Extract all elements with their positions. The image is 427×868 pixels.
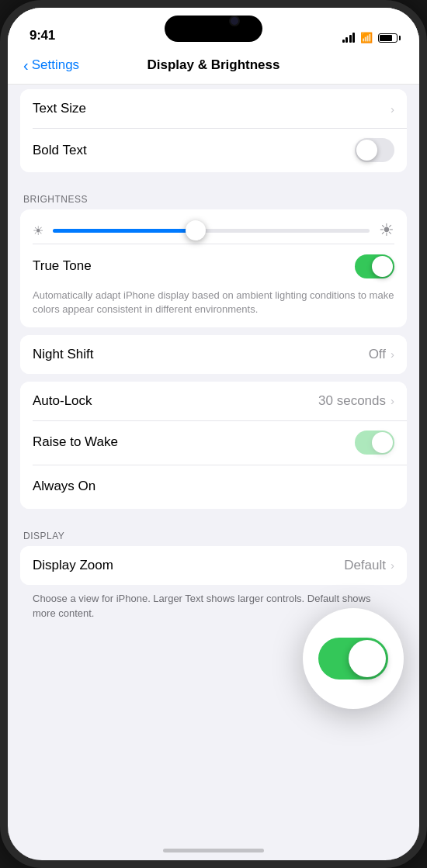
home-indicator	[163, 849, 264, 852]
auto-lock-row[interactable]: Auto-Lock 30 seconds ›	[20, 382, 407, 420]
brightness-slider-row: ☀ ☀	[33, 220, 394, 244]
back-chevron-icon: ‹	[23, 57, 29, 73]
phone-frame: 9:41 📶 ‹ Settings Display & Brig	[0, 0, 427, 868]
auto-lock-value: 30 seconds	[318, 393, 386, 409]
always-on-toggle-big-thumb	[349, 640, 386, 677]
page-title: Display & Brightness	[148, 57, 280, 73]
bold-text-label: Bold Text	[33, 143, 87, 158]
brightness-slider-thumb[interactable]	[186, 220, 206, 240]
night-shift-row[interactable]: Night Shift Off ›	[20, 335, 407, 374]
night-shift-card: Night Shift Off ›	[20, 335, 407, 374]
auto-lock-label: Auto-Lock	[33, 393, 92, 409]
brightness-slider-fill	[53, 229, 196, 233]
text-size-label: Text Size	[33, 101, 86, 116]
night-shift-value: Off	[369, 347, 386, 362]
back-label: Settings	[32, 57, 79, 73]
true-tone-row: True Tone	[33, 244, 394, 289]
battery-icon	[378, 33, 397, 43]
display-zoom-row[interactable]: Display Zoom Default ›	[20, 546, 407, 585]
brightness-slider-track[interactable]	[53, 229, 370, 233]
always-on-toggle-zoom	[303, 608, 404, 709]
auto-lock-chevron-icon: ›	[391, 394, 394, 407]
true-tone-toggle-thumb	[372, 256, 393, 277]
status-time: 9:41	[30, 28, 55, 43]
text-size-row[interactable]: Text Size ›	[20, 89, 407, 128]
display-zoom-chevron-icon: ›	[391, 558, 394, 572]
display-zoom-card: Display Zoom Default ›	[20, 546, 407, 585]
wifi-icon: 📶	[360, 32, 373, 43]
phone-content: ‹ Settings Display & Brightness Text Siz…	[8, 50, 419, 860]
lock-settings-card: Auto-Lock 30 seconds › Raise to Wake Alw…	[20, 382, 407, 509]
raise-to-wake-toggle[interactable]	[355, 431, 394, 455]
bold-text-row[interactable]: Bold Text	[20, 128, 407, 172]
brightness-low-icon: ☀	[33, 223, 43, 238]
scrollable-content: Text Size › Bold Text BRIGHTNESS	[8, 85, 419, 860]
display-zoom-label: Display Zoom	[33, 558, 113, 573]
brightness-high-icon: ☀	[379, 220, 394, 240]
nav-bar: ‹ Settings Display & Brightness	[8, 50, 419, 85]
text-size-chevron-icon: ›	[391, 102, 394, 116]
brightness-section-label: BRIGHTNESS	[8, 180, 419, 209]
always-on-row[interactable]: Always On	[20, 465, 407, 509]
battery-fill	[380, 35, 392, 41]
bold-text-toggle-thumb	[356, 140, 377, 161]
night-shift-chevron-icon: ›	[391, 348, 394, 361]
true-tone-description: Automatically adapt iPhone display based…	[33, 289, 394, 327]
true-tone-toggle[interactable]	[355, 254, 394, 278]
signal-icon	[342, 33, 356, 43]
display-section-label: DISPLAY	[8, 517, 419, 546]
display-zoom-value: Default	[344, 558, 386, 573]
status-icons: 📶	[342, 32, 398, 43]
text-settings-card: Text Size › Bold Text	[20, 89, 407, 172]
always-on-toggle-big[interactable]	[318, 638, 388, 680]
always-on-label: Always On	[33, 479, 95, 494]
raise-to-wake-label: Raise to Wake	[33, 434, 118, 450]
raise-to-wake-row[interactable]: Raise to Wake	[20, 420, 407, 465]
camera-indicator	[229, 16, 240, 26]
always-on-toggle-thumb	[372, 476, 393, 497]
night-shift-label: Night Shift	[33, 347, 93, 362]
brightness-card: ☀ ☀ True Tone Automatically adapt iPhone	[20, 209, 407, 327]
back-button[interactable]: ‹ Settings	[23, 57, 79, 73]
bold-text-toggle[interactable]	[355, 138, 394, 162]
raise-to-wake-toggle-thumb	[372, 432, 393, 453]
true-tone-label: True Tone	[33, 258, 92, 274]
dynamic-island	[165, 16, 262, 42]
